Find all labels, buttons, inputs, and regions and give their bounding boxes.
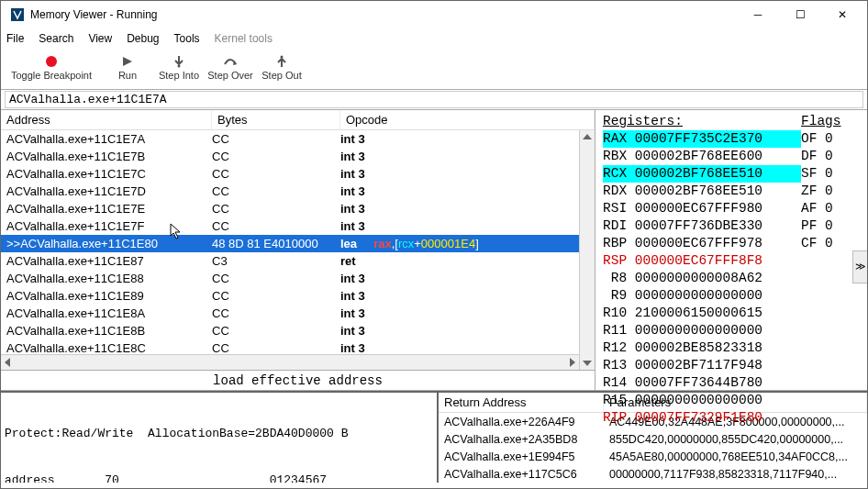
stack-row[interactable]: ACValhalla.exe+117C5C600000000,7117F938,…: [439, 465, 867, 483]
column-header-address[interactable]: Address: [1, 110, 212, 129]
flags-title: Flags: [801, 114, 863, 128]
column-header-return-address[interactable]: Return Address: [439, 393, 604, 412]
disassembly-row[interactable]: ACValhalla.exe+11C1E89CCint 3: [1, 287, 579, 305]
column-header-bytes[interactable]: Bytes: [212, 110, 340, 129]
disassembly-row[interactable]: ACValhalla.exe+11C1E7DCCint 3: [1, 183, 579, 200]
svg-point-2: [281, 56, 284, 59]
toggle-breakpoint-button[interactable]: Toggle Breakpoint: [1, 50, 102, 81]
menu-bar: File Search View Debug Tools Kernel tool…: [1, 28, 867, 49]
disassembly-row[interactable]: ACValhalla.exe+11C1E88CCint 3: [1, 270, 579, 287]
register-row[interactable]: RDI 00007FF736DBE330: [603, 217, 801, 235]
hex-header-line: address 70 01234567: [5, 472, 433, 483]
menu-search[interactable]: Search: [39, 32, 73, 45]
flags-list[interactable]: OF 0DF 0SF 0ZF 0AF 0PF 0CF 0: [801, 130, 863, 252]
flag-row[interactable]: AF 0: [801, 200, 863, 217]
disassembly-columns-header: Address Bytes Opcode: [1, 110, 595, 130]
step-out-button[interactable]: Step Out: [256, 50, 307, 81]
flag-row[interactable]: ZF 0: [801, 183, 863, 200]
step-out-icon: [275, 53, 288, 70]
maximize-button[interactable]: ☐: [779, 1, 821, 28]
register-row[interactable]: R10 2100006150000615: [603, 305, 801, 322]
flag-row[interactable]: DF 0: [801, 148, 863, 165]
register-row[interactable]: R8 0000000000008A62: [603, 270, 801, 287]
stack-row[interactable]: ACValhalla.exe+2A35BD8855DC420,00000000,…: [439, 430, 867, 448]
hex-dump-panel[interactable]: Protect:Read/Write AllocationBase=2BDA40…: [1, 393, 439, 483]
disassembly-row[interactable]: ACValhalla.exe+11C1E87C3ret: [1, 252, 579, 270]
minimize-button[interactable]: ─: [737, 1, 779, 28]
svg-point-1: [178, 65, 181, 68]
vertical-scrollbar[interactable]: [579, 130, 595, 370]
horizontal-scrollbar[interactable]: [1, 354, 579, 370]
registers-title: Registers:: [603, 114, 801, 128]
disassembly-row[interactable]: >>ACValhalla.exe+11C1E8048 8D 81 E401000…: [1, 235, 579, 252]
column-header-opcode[interactable]: Opcode: [340, 110, 595, 129]
step-over-icon: [223, 53, 238, 70]
run-button[interactable]: Run: [102, 50, 153, 81]
disassembly-rows[interactable]: ACValhalla.exe+11C1E7ACCint 3ACValhalla.…: [1, 130, 579, 354]
register-row[interactable]: RDX 000002BF768EE510: [603, 183, 801, 200]
instruction-info: load effective address: [1, 370, 595, 390]
menu-file[interactable]: File: [6, 32, 24, 45]
register-row[interactable]: R11 0000000000000000: [603, 322, 801, 339]
register-row[interactable]: RSP 000000EC67FFF8F8: [603, 252, 801, 270]
close-button[interactable]: ✕: [821, 1, 863, 28]
hex-info-line: Protect:Read/Write AllocationBase=2BDA40…: [5, 426, 433, 441]
disassembly-panel: Address Bytes Opcode ACValhalla.exe+11C1…: [1, 110, 595, 390]
app-icon: [10, 7, 25, 22]
register-row[interactable]: RAX 00007FF735C2E370: [603, 130, 801, 148]
disassembly-row[interactable]: ACValhalla.exe+11C1E7ECCint 3: [1, 200, 579, 217]
window-title: Memory Viewer - Running: [30, 8, 737, 21]
play-icon: [122, 53, 133, 70]
stack-row[interactable]: ACValhalla.exe+1E994F545A5AE80,00000000,…: [439, 448, 867, 465]
flag-row[interactable]: OF 0: [801, 130, 863, 148]
disassembly-row[interactable]: ACValhalla.exe+11C1E7ACCint 3: [1, 130, 579, 148]
register-row[interactable]: R9 0000000000000000: [603, 287, 801, 305]
step-over-button[interactable]: Step Over: [205, 50, 256, 81]
register-row[interactable]: R12 000002BE85823318: [603, 339, 801, 357]
register-row[interactable]: RBP 000000EC67FFF978: [603, 235, 801, 252]
register-row[interactable]: RIP 00007FF7329F1E80: [603, 409, 801, 427]
menu-debug[interactable]: Debug: [127, 32, 159, 45]
disassembly-row[interactable]: ACValhalla.exe+11C1E8BCCint 3: [1, 322, 579, 339]
register-list[interactable]: RAX 00007FF735C2E370RBX 000002BF768EE600…: [603, 130, 801, 427]
disassembly-row[interactable]: ACValhalla.exe+11C1E8CCCint 3: [1, 339, 579, 354]
flag-row[interactable]: PF 0: [801, 217, 863, 235]
register-row[interactable]: RBX 000002BF768EE600: [603, 148, 801, 165]
address-bar: [1, 90, 867, 110]
register-row[interactable]: R13 000002BF7117F948: [603, 357, 801, 374]
step-into-button[interactable]: Step Into: [153, 50, 205, 81]
register-row[interactable]: RSI 000000EC67FFF980: [603, 200, 801, 217]
registers-panel: Registers: RAX 00007FF735C2E370RBX 00000…: [595, 110, 867, 390]
menu-view[interactable]: View: [88, 32, 112, 45]
register-row[interactable]: R15 0000000000000000: [603, 392, 801, 409]
disassembly-row[interactable]: ACValhalla.exe+11C1E7FCCint 3: [1, 217, 579, 235]
breakpoint-icon: [46, 53, 57, 70]
collapse-registers-button[interactable]: ≫: [852, 250, 868, 283]
menu-tools[interactable]: Tools: [174, 32, 200, 45]
title-bar: Memory Viewer - Running ─ ☐ ✕: [1, 1, 867, 28]
flag-row[interactable]: SF 0: [801, 165, 863, 183]
step-into-icon: [172, 53, 185, 70]
disassembly-row[interactable]: ACValhalla.exe+11C1E7BCCint 3: [1, 148, 579, 165]
register-row[interactable]: R14 00007FF73644B780: [603, 374, 801, 392]
disassembly-row[interactable]: ACValhalla.exe+11C1E8ACCint 3: [1, 305, 579, 322]
address-input[interactable]: [5, 91, 863, 108]
register-row[interactable]: RCX 000002BF768EE510: [603, 165, 801, 183]
toolbar: Toggle Breakpoint Run Step Into Step Ove…: [1, 49, 867, 90]
disassembly-row[interactable]: ACValhalla.exe+11C1E7CCCint 3: [1, 165, 579, 183]
menu-kernel-tools[interactable]: Kernel tools: [215, 32, 273, 45]
